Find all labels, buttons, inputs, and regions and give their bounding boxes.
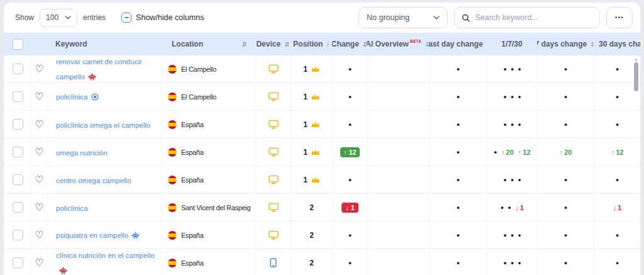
header-position-label: Position — [293, 40, 323, 48]
row-checkbox[interactable] — [13, 119, 23, 130]
no-change-dot: • — [511, 176, 514, 184]
device-cell — [255, 222, 291, 249]
last-day-change-cell: • — [429, 55, 487, 82]
keyword-cell: policlínica — [48, 83, 161, 110]
desktop-icon — [269, 120, 279, 129]
change-1-7-30-cell: •↑20↑12 — [487, 138, 537, 166]
vertical-scrollbar[interactable]: ▲ — [633, 57, 639, 275]
keyword-link[interactable]: policlínica omega el campello — [56, 121, 150, 129]
location-label: España — [181, 121, 204, 128]
sort-icon[interactable]: ⇵ — [284, 41, 289, 48]
table-row: ♡clínica nutrición en el campelloEspaña2… — [4, 249, 640, 275]
header-keyword: Keyword — [48, 33, 161, 55]
keyword-link[interactable]: centro omega campello — [56, 177, 131, 184]
location-label: España — [181, 232, 204, 239]
select-all-checkbox[interactable] — [13, 39, 23, 50]
beta-badge: BETA — [410, 39, 421, 43]
change-cell: • — [332, 83, 367, 110]
heart-icon[interactable]: ♡ — [35, 92, 43, 102]
change-1-7-30-cell: ••• — [487, 249, 537, 275]
header-7-days-change-label: 7 days change — [537, 40, 587, 48]
change-cell: • — [332, 249, 367, 275]
desktop-icon — [269, 203, 279, 212]
heart-icon[interactable]: ♡ — [35, 120, 43, 130]
entries-select[interactable]: 100 — [40, 9, 77, 27]
location-label: Sant Vicent del Raspeig — [181, 204, 250, 211]
scrollbar-up-arrow-icon[interactable]: ▲ — [633, 57, 639, 62]
change-value: 12 — [523, 149, 530, 156]
device-cell — [255, 55, 291, 82]
keyword-link[interactable]: omega nutrición — [56, 149, 108, 157]
header-ai-overview[interactable]: AI Overview BETA ⇵ — [367, 33, 429, 55]
header-7-days-change[interactable]: 7 days change ⇵ — [537, 33, 594, 55]
change-1-7-30-cell: ••• — [487, 222, 537, 249]
crown-icon — [311, 176, 320, 183]
no-change-dot: • — [564, 203, 567, 211]
search-input[interactable] — [475, 13, 592, 22]
row-checkbox-cell — [4, 111, 30, 138]
sort-icon[interactable]: ⇵ — [363, 41, 367, 48]
trend-down: ↓1 — [613, 204, 622, 211]
no-change-dot: • — [518, 231, 521, 239]
position-value: 1 — [303, 176, 308, 184]
table-row: ♡renovar carnet de conducir campelloEl C… — [4, 55, 640, 83]
no-change-dot: • — [504, 65, 507, 73]
row-checkbox[interactable] — [13, 174, 23, 185]
row-checkbox-cell — [4, 249, 30, 275]
header-device[interactable]: Device ⇵ — [255, 33, 291, 55]
keyword-link[interactable]: clínica nutrición en el campello — [56, 252, 155, 259]
desktop-icon — [269, 175, 279, 184]
no-change-dot: • — [504, 120, 507, 128]
keyword-link[interactable]: renovar carnet de conducir campello — [56, 58, 142, 80]
no-change-dot: • — [616, 231, 619, 239]
change-value: 1 — [351, 204, 355, 211]
heart-icon[interactable]: ♡ — [35, 175, 43, 185]
keyword-search — [454, 7, 600, 28]
header-change[interactable]: Change ⇵ — [332, 33, 367, 55]
grouping-select[interactable]: No grouping — [358, 7, 448, 28]
row-checkbox[interactable] — [13, 202, 23, 213]
ai-overview-cell — [367, 249, 429, 275]
heart-icon[interactable]: ♡ — [35, 147, 43, 157]
position-cell: 1 — [291, 138, 332, 166]
row-checkbox[interactable] — [13, 64, 23, 74]
header-30-days-change[interactable]: 30 days change — [594, 33, 640, 55]
row-checkbox[interactable] — [13, 91, 23, 102]
sort-icon[interactable]: ⇵ — [242, 41, 247, 48]
position-value: 1 — [303, 93, 308, 101]
row-checkbox[interactable] — [13, 230, 23, 240]
days7-change-cell: • — [537, 222, 594, 249]
keyword-cell: centro omega campello — [48, 166, 161, 193]
chevron-down-icon — [65, 16, 71, 20]
show-hide-columns-button[interactable]: Show/hide columns — [121, 13, 204, 23]
search-icon — [462, 13, 470, 23]
last-day-change-cell: • — [429, 166, 487, 193]
change-cell: • — [332, 111, 367, 138]
scrollbar-thumb[interactable] — [634, 62, 638, 91]
keyword-link[interactable]: psiquiatra en campello — [56, 232, 128, 239]
favorite-cell: ♡ — [30, 249, 48, 275]
table-toolbar: Show 100 entries Show/hide columns No gr… — [4, 3, 640, 33]
row-checkbox[interactable] — [13, 147, 23, 157]
no-change-dot: • — [504, 259, 507, 267]
position-cell: 1 — [291, 111, 332, 138]
heart-icon[interactable]: ♡ — [35, 258, 43, 268]
no-change-dot: • — [511, 65, 514, 73]
keyword-link[interactable]: policlínica — [56, 93, 88, 101]
sort-ascending-icon[interactable]: ↑ — [326, 40, 330, 48]
change-cell: • — [332, 166, 367, 193]
more-options-button[interactable]: ••• — [606, 7, 633, 28]
arrow-up-icon: ↑ — [344, 149, 347, 156]
header-position[interactable]: Position ↑ — [291, 33, 332, 55]
arrow-down-icon: ↓ — [613, 204, 617, 211]
header-location[interactable]: Location ⇵ — [161, 33, 255, 55]
heart-icon[interactable]: ♡ — [35, 64, 43, 74]
header-last-day-change[interactable]: Last day change ⇵ — [429, 33, 487, 55]
row-checkbox[interactable] — [13, 257, 23, 268]
heart-icon[interactable]: ♡ — [35, 203, 43, 213]
crown-icon — [311, 149, 320, 155]
change-cell: ↓1 — [332, 194, 367, 221]
keyword-link[interactable]: policlínica — [56, 205, 88, 212]
heart-icon[interactable]: ♡ — [35, 230, 43, 240]
no-change-dot: • — [616, 176, 619, 184]
